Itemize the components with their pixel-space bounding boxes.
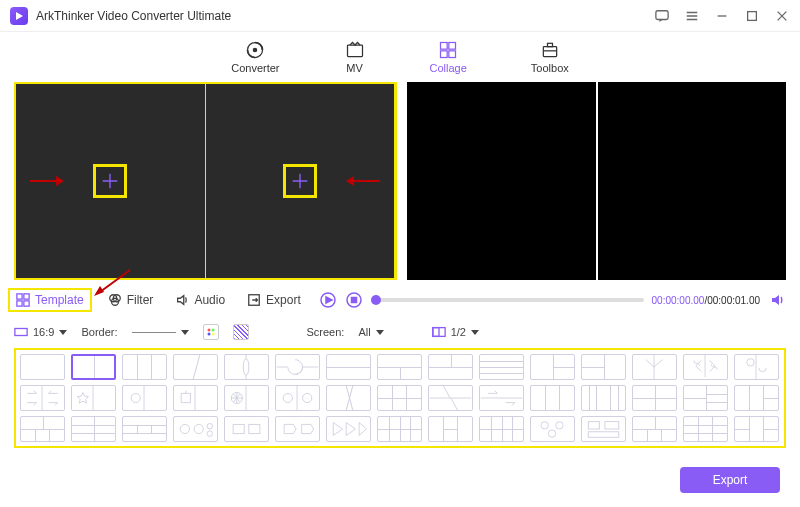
subtab-export-label: Export	[266, 293, 301, 307]
border-style-select[interactable]	[132, 330, 189, 335]
timecode: 00:00:00.00/00:00:01.00	[652, 295, 760, 306]
template-item[interactable]	[71, 385, 116, 411]
template-item[interactable]	[275, 354, 320, 380]
svg-rect-20	[17, 301, 22, 306]
play-button[interactable]	[319, 291, 337, 309]
subtab-export[interactable]: Export	[247, 293, 301, 307]
annotation-arrow-icon	[30, 175, 64, 187]
template-item[interactable]	[428, 385, 473, 411]
chevron-down-icon	[59, 330, 67, 335]
add-media-button[interactable]	[283, 164, 317, 198]
seek-handle[interactable]	[371, 295, 381, 305]
border-control: Border:	[81, 326, 117, 338]
seek-slider[interactable]	[371, 298, 644, 302]
template-item[interactable]	[479, 416, 524, 442]
template-item[interactable]	[734, 385, 779, 411]
svg-point-33	[207, 333, 210, 336]
template-item[interactable]	[428, 416, 473, 442]
template-item[interactable]	[224, 416, 269, 442]
export-button[interactable]: Export	[680, 467, 780, 493]
template-item[interactable]	[632, 385, 677, 411]
tab-mv[interactable]: MV	[344, 40, 366, 74]
template-item[interactable]	[530, 385, 575, 411]
template-item[interactable]	[173, 385, 218, 411]
template-item[interactable]	[530, 354, 575, 380]
svg-rect-48	[588, 432, 618, 438]
template-item[interactable]	[122, 416, 167, 442]
template-item[interactable]	[224, 385, 269, 411]
line-sample-icon	[132, 332, 176, 333]
template-item[interactable]	[71, 416, 116, 442]
template-item[interactable]	[275, 416, 320, 442]
template-item[interactable]	[683, 385, 728, 411]
template-item[interactable]	[632, 354, 677, 380]
maximize-icon[interactable]	[744, 8, 760, 24]
svg-marker-13	[56, 176, 64, 186]
tab-converter[interactable]: Converter	[231, 40, 279, 74]
template-item[interactable]	[20, 385, 65, 411]
close-icon[interactable]	[774, 8, 790, 24]
border-pattern-button[interactable]	[233, 324, 249, 340]
preview-cell-2	[598, 82, 787, 280]
template-item[interactable]	[479, 385, 524, 411]
svg-marker-0	[16, 12, 23, 20]
editor-cell-1[interactable]	[16, 84, 206, 278]
template-item[interactable]	[275, 385, 320, 411]
template-item[interactable]	[683, 354, 728, 380]
feedback-icon[interactable]	[654, 8, 670, 24]
collage-editor	[14, 82, 397, 280]
template-item[interactable]	[326, 416, 371, 442]
template-item[interactable]	[377, 385, 422, 411]
tab-toolbox[interactable]: Toolbox	[531, 40, 569, 74]
tab-collage[interactable]: Collage	[430, 40, 467, 74]
options-row: 16:9 Border: Screen: All 1/2	[14, 324, 786, 340]
template-item[interactable]	[530, 416, 575, 442]
template-item[interactable]	[224, 354, 269, 380]
svg-rect-11	[547, 43, 552, 46]
template-item[interactable]	[173, 416, 218, 442]
template-item[interactable]	[326, 354, 371, 380]
template-item[interactable]	[734, 416, 779, 442]
ratio-select[interactable]: 16:9	[14, 325, 67, 339]
template-item[interactable]	[326, 385, 371, 411]
svg-rect-41	[233, 424, 244, 433]
border-color-button[interactable]	[203, 324, 219, 340]
svg-rect-21	[24, 301, 29, 306]
minimize-icon[interactable]	[714, 8, 730, 24]
add-media-button[interactable]	[93, 164, 127, 198]
template-item[interactable]	[479, 354, 524, 380]
template-item[interactable]	[581, 385, 626, 411]
subtab-audio[interactable]: Audio	[175, 293, 225, 307]
volume-button[interactable]	[768, 291, 786, 309]
subtab-template-label: Template	[35, 293, 84, 307]
svg-point-4	[254, 48, 257, 51]
svg-marker-15	[346, 176, 354, 186]
tab-converter-label: Converter	[231, 62, 279, 74]
svg-rect-19	[24, 294, 29, 299]
annotation-arrow-icon	[92, 268, 132, 298]
screen-select[interactable]: All	[358, 326, 383, 338]
page-select[interactable]: 1/2	[432, 325, 479, 339]
template-item[interactable]	[683, 416, 728, 442]
template-item[interactable]	[173, 354, 218, 380]
template-item[interactable]	[581, 354, 626, 380]
template-item[interactable]	[20, 354, 65, 380]
template-item[interactable]	[632, 416, 677, 442]
template-item[interactable]	[428, 354, 473, 380]
template-item[interactable]	[734, 354, 779, 380]
annotation-arrow-icon	[346, 175, 380, 187]
template-item[interactable]	[20, 416, 65, 442]
svg-rect-9	[449, 51, 456, 58]
template-item[interactable]	[71, 354, 116, 380]
menu-icon[interactable]	[684, 8, 700, 24]
template-item[interactable]	[581, 416, 626, 442]
template-item[interactable]	[122, 354, 167, 380]
template-item[interactable]	[377, 416, 422, 442]
stop-button[interactable]	[345, 291, 363, 309]
chevron-down-icon	[181, 330, 189, 335]
template-item[interactable]	[377, 354, 422, 380]
editor-cell-2[interactable]	[206, 84, 396, 278]
subtab-template[interactable]: Template	[8, 288, 92, 312]
template-grid	[14, 348, 786, 448]
template-item[interactable]	[122, 385, 167, 411]
